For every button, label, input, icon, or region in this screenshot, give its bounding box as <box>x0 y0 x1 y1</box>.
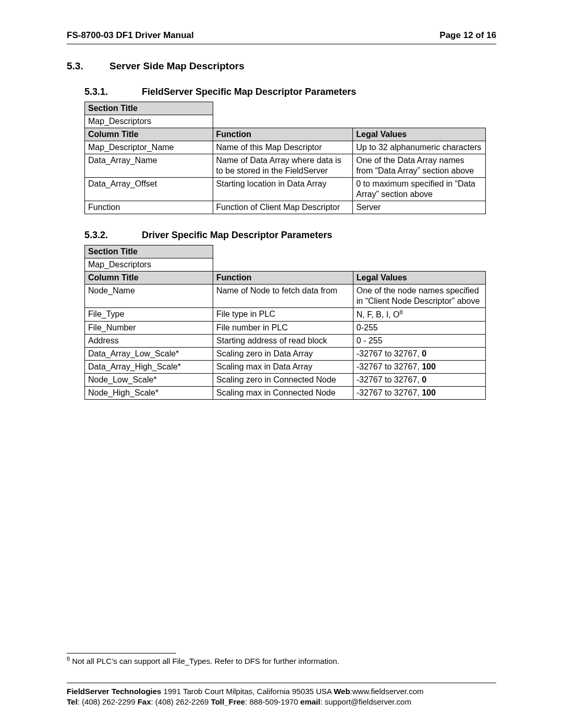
footer-line-1: FieldServer Technologies 1991 Tarob Cour… <box>67 686 496 697</box>
table-row: Node_Low_Scale*Scaling zero in Connected… <box>85 374 486 387</box>
legal-values-header: Legal Values <box>353 128 486 141</box>
subsection-title: Driver Specific Map Descriptor Parameter… <box>142 230 332 241</box>
subsection-title: FieldServer Specific Map Descriptor Para… <box>142 87 356 97</box>
legal-values-cell: -32767 to 32767, 0 <box>353 374 485 387</box>
table-row: Data_Array_OffsetStarting location in Da… <box>85 178 486 201</box>
page: FS-8700-03 DF1 Driver Manual Page 12 of … <box>0 0 563 728</box>
empty-cell <box>213 245 486 258</box>
legal-values-cell: -32767 to 32767, 0 <box>353 348 485 361</box>
section-title-label: Section Title <box>85 245 213 258</box>
legal-values-cell: Up to 32 alphanumeric characters <box>353 141 486 154</box>
section-title-label: Section Title <box>85 102 213 115</box>
function-cell: Scaling max in Data Array <box>213 361 353 374</box>
column-title-cell: Data_Array_Offset <box>85 178 213 201</box>
function-header: Function <box>213 272 353 285</box>
footnote: 8 Not all PLC’s can support all File_Typ… <box>67 653 496 665</box>
column-title-cell: Node_Low_Scale* <box>85 374 213 387</box>
parameters-table-1: Section TitleMap_DescriptorsColumn Title… <box>84 102 486 214</box>
column-title-cell: Function <box>85 201 213 214</box>
legal-values-cell: One of the node names specified in “Clie… <box>353 285 485 308</box>
legal-values-cell: N, F, B, I, O8 <box>353 308 485 322</box>
column-title-cell: Address <box>85 335 213 348</box>
default-value: 100 <box>422 388 436 397</box>
function-cell: Starting address of read block <box>213 335 353 348</box>
table-row: AddressStarting address of read block0 -… <box>85 335 486 348</box>
footer-tel-label: Tel <box>67 697 78 706</box>
table-row: File_TypeFile type in PLCN, F, B, I, O8 <box>85 308 486 322</box>
section-title-value: Map_Descriptors <box>85 115 213 128</box>
footer-email-label: email <box>300 697 320 706</box>
footnote-separator <box>67 653 176 653</box>
default-value: 0 <box>422 349 426 358</box>
legal-values-cell: 0 - 255 <box>353 335 485 348</box>
footer-toll-label: Toll_Free <box>211 697 246 706</box>
doc-title: FS-8700-03 DF1 Driver Manual <box>67 30 194 41</box>
legal-values-cell: 0-255 <box>353 322 485 335</box>
footer-fax-label: Fax <box>138 697 151 706</box>
column-title-header: Column Title <box>85 272 213 285</box>
table-row: File_NumberFile number in PLC0-255 <box>85 322 486 335</box>
function-cell: Starting location in Data Array <box>213 178 353 201</box>
footer-web-value: :www.fieldserver.com <box>350 687 424 696</box>
column-title-cell: Map_Descriptor_Name <box>85 141 213 154</box>
footer-line-2: Tel: (408) 262-2299 Fax: (408) 262-2269 … <box>67 697 496 707</box>
table-row: Data_Array_Low_Scale*Scaling zero in Dat… <box>85 348 486 361</box>
function-cell: Scaling zero in Data Array <box>213 348 353 361</box>
legal-values-header: Legal Values <box>353 272 485 285</box>
footnote-ref: 8 <box>399 309 402 315</box>
table-row: Node_NameName of Node to fetch data from… <box>85 285 486 308</box>
footer-fax-value: : (408) 262-2269 <box>151 697 211 706</box>
default-value: 100 <box>422 362 436 371</box>
function-cell: Name of this Map Descriptor <box>213 141 353 154</box>
footnote-text: 8 Not all PLC’s can support all File_Typ… <box>67 656 496 665</box>
table-row: Data_Array_NameName of Data Array where … <box>85 154 486 178</box>
function-cell: Name of Data Array where data is to be s… <box>213 154 353 178</box>
column-title-cell: File_Type <box>85 308 213 322</box>
section-number: 5.3. <box>67 60 109 72</box>
section-title: Server Side Map Descriptors <box>109 60 244 72</box>
function-cell: Scaling max in Connected Node <box>213 387 353 400</box>
legal-values-cell: -32767 to 32767, 100 <box>353 387 485 400</box>
section-heading: 5.3. Server Side Map Descriptors <box>67 60 496 72</box>
legal-values-cell: One of the Data Array names from “Data A… <box>353 154 486 178</box>
empty-cell <box>213 102 485 115</box>
column-title-cell: Data_Array_Low_Scale* <box>85 348 213 361</box>
default-value: 0 <box>422 375 426 384</box>
legal-values-cell: 0 to maximum specified in “Data Array” s… <box>353 178 486 201</box>
footer-company: FieldServer Technologies <box>67 687 161 696</box>
column-title-cell: Data_Array_Name <box>85 154 213 178</box>
table-row: Data_Array_High_Scale*Scaling max in Dat… <box>85 361 486 374</box>
section-title-value: Map_Descriptors <box>85 258 213 272</box>
subsection-heading: 5.3.2. Driver Specific Map Descriptor Pa… <box>84 230 496 241</box>
column-title-cell: File_Number <box>85 322 213 335</box>
empty-cell <box>213 258 486 272</box>
page-footer: FieldServer Technologies 1991 Tarob Cour… <box>67 683 496 708</box>
table-row: FunctionFunction of Client Map Descripto… <box>85 201 486 214</box>
parameters-table-2: Section TitleMap_DescriptorsColumn Title… <box>84 245 486 400</box>
empty-cell <box>213 115 485 128</box>
subsection-heading: 5.3.1. FieldServer Specific Map Descript… <box>84 87 496 97</box>
function-cell: Scaling zero in Connected Node <box>213 374 353 387</box>
function-cell: File number in PLC <box>213 322 353 335</box>
legal-values-cell: -32767 to 32767, 100 <box>353 361 485 374</box>
column-title-cell: Node_High_Scale* <box>85 387 213 400</box>
function-cell: File type in PLC <box>213 308 353 322</box>
subsection-number: 5.3.2. <box>84 230 142 241</box>
footer-web-label: Web <box>334 687 350 696</box>
column-title-header: Column Title <box>85 128 213 141</box>
page-header: FS-8700-03 DF1 Driver Manual Page 12 of … <box>67 30 496 44</box>
table-row: Map_Descriptor_NameName of this Map Desc… <box>85 141 486 154</box>
function-cell: Function of Client Map Descriptor <box>213 201 353 214</box>
subsection-number: 5.3.1. <box>84 87 142 97</box>
function-cell: Name of Node to fetch data from <box>213 285 353 308</box>
footer-tel-value: : (408) 262-2299 <box>78 697 138 706</box>
table-row: Node_High_Scale*Scaling max in Connected… <box>85 387 486 400</box>
page-number: Page 12 of 16 <box>439 30 496 41</box>
footnote-body: Not all PLC’s can support all File_Types… <box>70 657 339 665</box>
legal-values-cell: Server <box>353 201 486 214</box>
footer-address: 1991 Tarob Court Milpitas, California 95… <box>161 687 334 696</box>
column-title-cell: Data_Array_High_Scale* <box>85 361 213 374</box>
footer-email-value: : support@fieldserver.com <box>320 697 411 706</box>
column-title-cell: Node_Name <box>85 285 213 308</box>
footer-toll-value: : 888-509-1970 <box>245 697 300 706</box>
